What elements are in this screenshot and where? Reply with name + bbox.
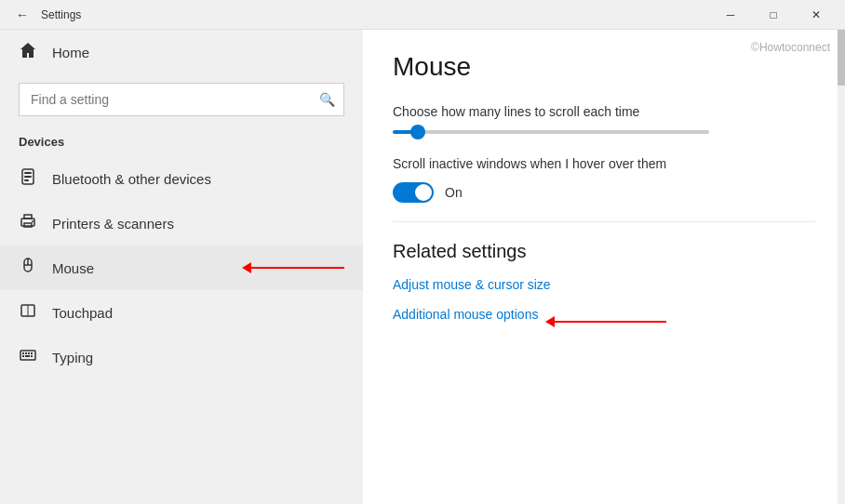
sidebar-section-title: Devices — [0, 131, 363, 156]
maximize-button[interactable]: □ — [752, 0, 795, 30]
additional-mouse-link-row: Additional mouse options — [393, 307, 815, 337]
touchpad-icon — [19, 301, 37, 324]
svg-rect-6 — [24, 223, 32, 227]
typing-label: Typing — [52, 350, 93, 365]
touchpad-label: Touchpad — [52, 305, 113, 321]
arrow-line-2 — [555, 321, 666, 323]
svg-rect-4 — [21, 219, 34, 226]
scroll-slider-container — [393, 130, 815, 134]
sidebar-item-typing[interactable]: Typing — [0, 335, 363, 379]
scroll-setting-section: Choose how many lines to scroll each tim… — [393, 104, 815, 134]
toggle-state: On — [445, 185, 463, 200]
window-controls: ─ □ ✕ — [709, 0, 838, 30]
toggle-label: Scroll inactive windows when I hover ove… — [393, 156, 815, 171]
svg-rect-20 — [31, 355, 33, 357]
close-button[interactable]: ✕ — [795, 0, 838, 30]
arrow-head-2 — [545, 316, 555, 327]
adjust-mouse-link[interactable]: Adjust mouse & cursor size — [393, 277, 815, 292]
sidebar-item-bluetooth[interactable]: Bluetooth & other devices — [0, 156, 363, 201]
sidebar-item-printers[interactable]: Printers & scanners — [0, 201, 363, 245]
content-area: ©Howtoconnect Mouse Choose how many line… — [363, 30, 845, 504]
toggle-section: Scroll inactive windows when I hover ove… — [393, 156, 815, 203]
additional-mouse-arrow-annotation — [545, 316, 666, 327]
svg-rect-17 — [31, 352, 33, 354]
svg-rect-19 — [25, 355, 30, 357]
red-arrow — [242, 262, 344, 273]
scroll-inactive-toggle[interactable] — [393, 182, 434, 203]
svg-rect-2 — [24, 176, 32, 178]
scrollbar-thumb[interactable] — [838, 30, 845, 86]
toggle-row: On — [393, 182, 815, 203]
home-label: Home — [52, 45, 89, 60]
sidebar: Home 🔍 Devices Bluetooth & other devices… — [0, 30, 363, 504]
related-settings-section: Related settings Adjust mouse & cursor s… — [393, 241, 815, 337]
search-box: 🔍 — [19, 83, 344, 116]
divider — [393, 221, 815, 222]
mouse-arrow-annotation — [242, 262, 344, 273]
sidebar-item-touchpad[interactable]: Touchpad — [0, 290, 363, 335]
page-title: Mouse — [393, 52, 815, 82]
slider-track[interactable] — [393, 130, 709, 134]
search-input[interactable] — [19, 83, 344, 116]
slider-thumb[interactable] — [410, 125, 425, 139]
related-settings-title: Related settings — [393, 241, 815, 262]
svg-rect-14 — [22, 352, 24, 354]
scrollbar[interactable] — [838, 30, 845, 504]
arrow-line — [251, 267, 344, 269]
sidebar-item-home[interactable]: Home — [0, 30, 363, 75]
titlebar: ← Settings ─ □ ✕ — [0, 0, 845, 30]
arrow-head — [242, 262, 251, 273]
watermark: ©Howtoconnect — [751, 41, 830, 54]
titlebar-title: Settings — [41, 8, 81, 21]
minimize-button[interactable]: ─ — [709, 0, 752, 30]
mouse-icon — [19, 257, 37, 279]
svg-rect-16 — [28, 352, 30, 354]
svg-rect-18 — [22, 355, 24, 357]
home-icon — [19, 41, 37, 64]
search-icon: 🔍 — [319, 92, 335, 107]
mouse-label: Mouse — [52, 260, 94, 276]
back-button[interactable]: ← — [7, 0, 37, 30]
bluetooth-icon — [19, 167, 37, 190]
svg-point-7 — [32, 220, 34, 222]
svg-rect-5 — [24, 215, 32, 219]
svg-rect-15 — [25, 352, 27, 354]
printers-label: Printers & scanners — [52, 216, 174, 232]
scroll-setting-label: Choose how many lines to scroll each tim… — [393, 104, 815, 119]
keyboard-icon — [19, 346, 37, 368]
additional-mouse-link[interactable]: Additional mouse options — [393, 307, 538, 322]
printer-icon — [19, 212, 37, 234]
sidebar-item-mouse[interactable]: Mouse — [0, 245, 363, 290]
svg-rect-1 — [24, 172, 32, 174]
toggle-knob — [415, 184, 432, 201]
svg-rect-3 — [24, 179, 29, 181]
bluetooth-label: Bluetooth & other devices — [52, 171, 211, 187]
main-layout: Home 🔍 Devices Bluetooth & other devices… — [0, 30, 845, 504]
